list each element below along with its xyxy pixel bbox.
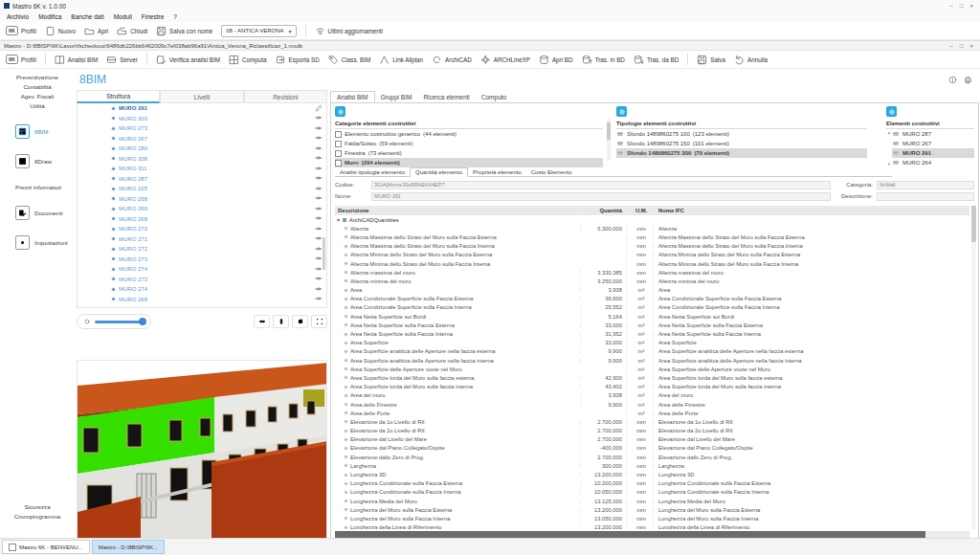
nav-group-agev-fiscali[interactable]: Agev. Fiscali bbox=[0, 93, 75, 100]
table-row[interactable]: Elevazione dal Piano Collegato/Ospite-40… bbox=[335, 444, 969, 453]
analisi-bim-button[interactable]: Analisi BIM bbox=[55, 55, 99, 65]
tree-item-muro-274[interactable]: MURO 274 bbox=[78, 264, 326, 275]
link-allplan-button[interactable]: Link Allplan bbox=[379, 55, 423, 65]
table-row[interactable]: Area Condizionale Superficie sulla Facci… bbox=[335, 303, 969, 312]
sidebar-item-impostazioni[interactable]: Impostazioni bbox=[0, 235, 75, 250]
table-row[interactable]: Altezza minima del muro3.250,000mmAltezz… bbox=[335, 277, 969, 285]
tree-item-muro-272[interactable]: MURO 272 bbox=[78, 244, 326, 255]
tree-item-muro-268[interactable]: MURO 268 bbox=[78, 194, 326, 205]
categoria-field[interactable] bbox=[877, 181, 974, 189]
nuovo-button[interactable]: Nuovo bbox=[45, 26, 76, 36]
tree-item-muro-269[interactable]: MURO 269 bbox=[78, 204, 326, 214]
computa-button[interactable]: Computa bbox=[229, 55, 267, 65]
3d-viewport[interactable] bbox=[77, 360, 327, 542]
chiudi-button[interactable]: Chiudi bbox=[117, 26, 147, 36]
tree-item-muro-267[interactable]: MURO 267 bbox=[78, 134, 326, 144]
table-group-row[interactable]: ▾ArchiCADQuantities bbox=[335, 215, 969, 224]
table-vertical-scrollbar[interactable] bbox=[971, 206, 976, 529]
nav-group-contabilit[interactable]: Contabilità bbox=[0, 83, 75, 90]
zoom-slider-knob[interactable] bbox=[139, 318, 146, 325]
tras-in-bd-button[interactable]: Tras. in BD bbox=[582, 55, 625, 65]
table-row[interactable]: Area Superficie lorda del Muro sulla fac… bbox=[335, 373, 969, 382]
elementi-item-muro-267[interactable]: MURO 267 bbox=[892, 139, 974, 148]
annulla-button[interactable]: Annulla bbox=[734, 55, 768, 65]
menu-item[interactable]: ? bbox=[173, 13, 177, 20]
close-icon[interactable]: × bbox=[969, 43, 973, 49]
verifica-analisi-bim-button[interactable]: Verifica analisi BIM bbox=[156, 55, 220, 65]
categories-scrollbar[interactable] bbox=[607, 119, 611, 161]
tree-item-muro-268[interactable]: MURO 268 bbox=[78, 295, 326, 305]
orbit-horizontal-button[interactable] bbox=[254, 315, 270, 328]
eye-icon[interactable] bbox=[315, 245, 323, 253]
tipologie-item-sfondo-1489860275-150[interactable]: Sfondo 1489860275 150 (101 elementi) bbox=[616, 139, 867, 148]
eye-icon[interactable] bbox=[315, 205, 323, 212]
tree-item-muro-225[interactable]: MURO 225 bbox=[78, 184, 326, 194]
salva-con-nome-button[interactable]: Salva con nome bbox=[156, 26, 212, 36]
tree-item-muro-311[interactable]: MURO 311 bbox=[78, 164, 326, 174]
nav-group-cronoprogramma[interactable]: Cronoprogramma bbox=[0, 513, 75, 520]
caret-down-icon[interactable]: ▾ bbox=[337, 216, 340, 223]
tree-item-muro-271[interactable]: MURO 271 bbox=[78, 234, 326, 245]
eye-icon[interactable] bbox=[315, 134, 323, 142]
eye-icon[interactable] bbox=[315, 255, 323, 262]
table-row[interactable]: Lunghezza del Muro sulla Faccia Esterna1… bbox=[335, 505, 969, 514]
menu-finestre[interactable]: Finestre bbox=[142, 13, 164, 20]
table-row[interactable]: Area Netta Superficie sulla Faccia Inter… bbox=[335, 329, 969, 338]
tab-struttura[interactable]: Struttura bbox=[77, 90, 160, 103]
table-row[interactable]: Elevazione da 1o Livello di Rif.2.700,00… bbox=[335, 417, 969, 426]
eye-icon[interactable] bbox=[315, 114, 323, 122]
table-row[interactable]: Altezza massima del muro3.330,385mmAltez… bbox=[335, 268, 969, 277]
table-row[interactable]: Elevazione da 2o Livello di Rif.2.700,00… bbox=[335, 427, 969, 435]
eye-icon[interactable] bbox=[315, 214, 323, 222]
table-row[interactable]: Area3,938m²Area bbox=[335, 286, 969, 295]
table-row[interactable]: Elevazione dal Livello del Mare2.700,000… bbox=[335, 435, 969, 444]
table-row[interactable]: Area Superficie lorda del Muro sulla fac… bbox=[335, 383, 969, 391]
tree-item-muro-273[interactable]: MURO 273 bbox=[78, 275, 326, 285]
elementi-item-muro-264[interactable]: MURO 264 bbox=[892, 158, 974, 167]
table-row[interactable]: Area delle Finestre9,900m²Area delle Fin… bbox=[335, 400, 969, 409]
eye-icon[interactable] bbox=[315, 194, 323, 202]
taskbar-tab-1[interactable]: Mastro 6K - BENVENU... bbox=[2, 540, 90, 554]
fullscreen-button[interactable] bbox=[311, 315, 327, 328]
checkbox[interactable] bbox=[335, 131, 342, 138]
tree-item-muro-273[interactable]: MURO 273 bbox=[78, 123, 326, 134]
eye-icon[interactable] bbox=[315, 265, 323, 273]
tab-computo[interactable]: Computo bbox=[476, 92, 512, 102]
archlinexp-button[interactable]: ARCHLineXP bbox=[480, 55, 530, 65]
gear-icon[interactable] bbox=[616, 106, 627, 117]
tree-item-muro-308[interactable]: MURO 308 bbox=[78, 154, 326, 165]
sidebar-item-8draw[interactable]: 8Draw bbox=[0, 154, 75, 168]
eye-icon[interactable] bbox=[315, 165, 323, 172]
table-row[interactable]: Area delle Portem²Area delle Porte bbox=[335, 409, 969, 417]
subtab-quantit-elemento[interactable]: Quantità elemento bbox=[410, 167, 468, 177]
pencil-icon[interactable] bbox=[315, 104, 323, 112]
archicad-button[interactable]: ArchiCAD bbox=[432, 55, 472, 65]
table-row[interactable]: Area del muro3,938m²Area del muro bbox=[335, 391, 969, 400]
checkbox[interactable] bbox=[335, 150, 342, 157]
table-horizontal-scrollbar[interactable] bbox=[335, 531, 969, 538]
categories-item-elemento-costruttivo-generico[interactable]: Elemento costruttivo generico (44 elemen… bbox=[335, 129, 603, 139]
table-row[interactable]: Area Superficie33,000m²Area Superficie bbox=[335, 339, 969, 347]
table-row[interactable]: Lunghezza della Linea di Riferimento13.2… bbox=[335, 523, 969, 529]
table-row[interactable]: Lunghezza Condizionale sulla Faccia Este… bbox=[335, 479, 969, 488]
tree-item-muro-273[interactable]: MURO 273 bbox=[78, 255, 326, 265]
profili-button[interactable]: 6KProfili bbox=[6, 26, 36, 35]
table-row[interactable]: Elevazione dallo Zero di Prog.2.700,000m… bbox=[335, 453, 969, 461]
minimize-icon[interactable]: – bbox=[950, 43, 953, 49]
eye-icon[interactable] bbox=[315, 234, 323, 242]
subtab-propriet-elemento[interactable]: Proprietà elemento bbox=[468, 168, 526, 176]
tree-item-muro-291[interactable]: MURO 291 bbox=[78, 103, 326, 114]
subtab-analisi-tipologia-elemento[interactable]: Analisi tipologia elemento bbox=[335, 168, 410, 176]
refresh-button[interactable] bbox=[292, 315, 308, 328]
table-row[interactable]: Altezza5.300,000mmAltezza bbox=[335, 224, 969, 233]
printer-icon[interactable] bbox=[964, 76, 972, 84]
eye-icon[interactable] bbox=[315, 124, 323, 132]
gear-icon[interactable] bbox=[335, 106, 345, 117]
table-row[interactable]: Altezza Minima dello Strato del Muro sul… bbox=[335, 251, 969, 259]
subtab-costo-elemento[interactable]: Costo Elemento bbox=[526, 168, 577, 176]
salva-button[interactable]: Salva bbox=[697, 55, 725, 65]
close-icon[interactable]: × bbox=[969, 3, 973, 9]
table-row[interactable]: Altezza Massima dello Strato del Muro su… bbox=[335, 233, 969, 241]
tab-ricerca-elementi[interactable]: Ricerca elementi bbox=[417, 92, 475, 102]
table-row[interactable]: Lunghezza Media del Muro13.125,000mmLung… bbox=[335, 497, 969, 505]
